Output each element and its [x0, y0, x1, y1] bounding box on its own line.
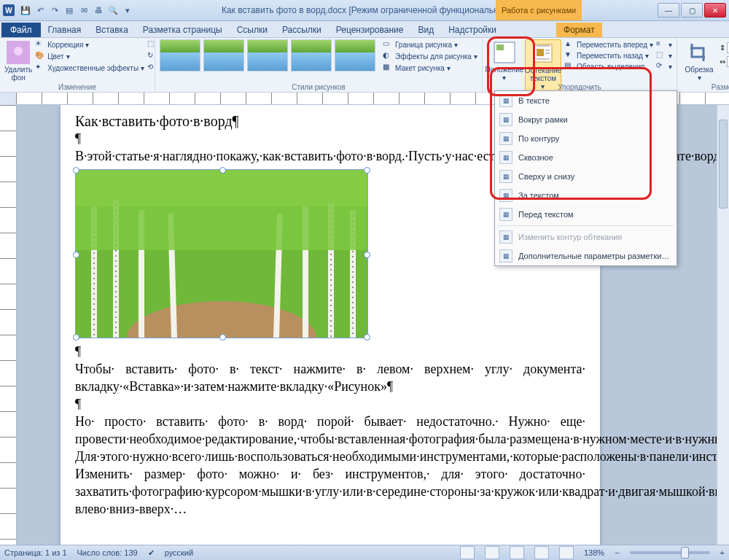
svg-rect-3 — [496, 44, 504, 50]
wrap-option[interactable]: ▦По контуру — [495, 129, 677, 148]
rotate-icon: ⟳ — [656, 61, 666, 71]
group-size-label: Размер — [682, 83, 729, 92]
vertical-ruler[interactable] — [0, 105, 17, 551]
group-button[interactable]: ⬚▾ — [656, 50, 672, 61]
style-thumb[interactable] — [291, 39, 332, 71]
wrap-option[interactable]: ▦Вокруг рамки — [495, 110, 677, 129]
title-bar: W 💾 ↶ ↷ ▤ ✉ 🖶 🔍 ▾ Как вставить фото в во… — [0, 0, 729, 21]
doc-para: Для·этого·нужно·всего·лишь·воспользовать… — [75, 448, 585, 465]
remove-background-button[interactable]: Удалить фон — [4, 39, 32, 82]
doc-para: Но· просто· вставить· фото· в· ворд· пор… — [75, 413, 585, 448]
zoom-slider[interactable] — [630, 551, 710, 554]
tab-references[interactable]: Ссылки — [230, 23, 275, 37]
wrap-option-icon: ▦ — [499, 151, 512, 164]
status-proofing-icon[interactable]: ✔ — [148, 548, 155, 558]
effects-icon: ✦ — [35, 63, 45, 73]
zoom-in-button[interactable]: + — [720, 548, 725, 557]
sun-icon: ☀ — [35, 39, 45, 50]
svg-rect-25 — [76, 170, 367, 250]
wrap-option[interactable]: ▦Перед текстом — [495, 205, 677, 224]
tab-insert[interactable]: Вставка — [88, 23, 136, 37]
color-button[interactable]: 🎨Цвет ▾ — [35, 51, 144, 61]
status-page[interactable]: Страница: 1 из 1 — [4, 548, 67, 557]
forward-icon: ▲ — [564, 39, 574, 50]
style-thumb[interactable] — [247, 39, 288, 71]
view-web[interactable] — [510, 546, 524, 559]
width-spinner[interactable]: ⇔ — [720, 56, 729, 67]
send-backward-button[interactable]: ▼Переместить назад ▾ — [564, 50, 653, 61]
tab-home[interactable]: Главная — [41, 23, 89, 37]
qat-btn[interactable]: 🔍 — [106, 4, 120, 17]
border-icon: ▭ — [383, 39, 393, 50]
wrap-option[interactable]: ▦Сверху и снизу — [495, 167, 677, 186]
tab-view[interactable]: Вид — [410, 23, 441, 37]
tab-addins[interactable]: Надстройки — [441, 23, 504, 37]
style-thumb[interactable] — [335, 39, 375, 71]
remove-bg-icon — [7, 41, 30, 64]
style-thumb[interactable] — [203, 39, 244, 71]
view-draft[interactable] — [559, 546, 574, 559]
zoom-out-button[interactable]: − — [615, 548, 619, 557]
artistic-effects-button[interactable]: ✦Художественные эффекты ▾ — [35, 63, 144, 73]
wrap-option-icon: ▦ — [499, 230, 512, 244]
doc-para: Чтобы· вставить· фото· в· текст· нажмите… — [75, 360, 585, 395]
group-styles-label: Стили рисунков — [160, 83, 477, 92]
selection-pane-button[interactable]: ▤Область выделения — [564, 61, 653, 71]
picture-styles-gallery[interactable] — [160, 39, 375, 71]
minimize-button[interactable]: — — [658, 3, 679, 18]
view-fullscreen[interactable] — [485, 546, 499, 559]
qat-btn[interactable]: ✉ — [77, 4, 90, 17]
undo-icon[interactable]: ↶ — [34, 4, 47, 17]
wrap-option-icon: ▦ — [499, 94, 512, 107]
corrections-button[interactable]: ☀Коррекция ▾ — [35, 39, 144, 50]
ribbon-tabs: Файл Главная Вставка Разметка страницы С… — [0, 21, 729, 38]
status-words[interactable]: Число слов: 139 — [77, 548, 138, 557]
picture-effects-button[interactable]: ◐Эффекты для рисунка ▾ — [383, 51, 477, 61]
position-button[interactable]: Положение▾ — [487, 39, 522, 82]
tab-format[interactable]: Формат — [556, 23, 602, 37]
qat-btn[interactable]: 🖶 — [92, 4, 105, 17]
save-icon[interactable]: 💾 — [19, 4, 32, 17]
tab-review[interactable]: Рецензирование — [329, 23, 411, 37]
status-language[interactable]: русский — [165, 548, 193, 557]
bring-forward-button[interactable]: ▲Переместить вперед ▾ — [564, 39, 653, 50]
doc-para: ¶ — [75, 395, 585, 413]
doc-para: ¶ — [75, 343, 585, 360]
wrap-option-icon: ▦ — [499, 249, 512, 262]
wrap-option[interactable]: ▦Дополнительные параметры разметки… — [495, 246, 677, 265]
align-button[interactable]: ≡▾ — [656, 39, 672, 50]
inserted-picture[interactable] — [75, 169, 368, 338]
position-icon — [493, 41, 516, 64]
crop-button[interactable]: Обрезка▾ — [682, 39, 717, 82]
svg-point-1 — [14, 47, 23, 55]
qat-more-icon[interactable]: ▾ — [121, 4, 134, 17]
wrap-option: ▦Изменить контур обтекания — [495, 228, 677, 246]
tab-layout[interactable]: Разметка страницы — [136, 23, 230, 37]
status-bar: Страница: 1 из 1 Число слов: 139 ✔ русск… — [0, 545, 729, 560]
quick-access-toolbar: 💾 ↶ ↷ ▤ ✉ 🖶 🔍 ▾ — [19, 4, 134, 17]
status-zoom[interactable]: 138% — [584, 548, 604, 557]
view-outline[interactable] — [534, 546, 549, 559]
wrap-option-icon: ▦ — [499, 132, 512, 145]
wrap-option-icon: ▦ — [499, 189, 512, 202]
wrap-option[interactable]: ▦За текстом — [495, 186, 677, 205]
file-tab[interactable]: Файл — [1, 23, 41, 37]
picture-border-button[interactable]: ▭Граница рисунка ▾ — [383, 39, 477, 50]
wrap-option[interactable]: ▦В тексте — [495, 91, 677, 110]
picture-layout-button[interactable]: ▦Макет рисунка ▾ — [383, 63, 477, 73]
height-spinner[interactable]: ⇕ — [720, 42, 729, 53]
redo-icon[interactable]: ↷ — [48, 4, 61, 17]
style-thumb[interactable] — [160, 39, 200, 71]
wrap-option-icon: ▦ — [499, 208, 512, 221]
close-button[interactable]: ✕ — [704, 3, 726, 18]
rotate-button[interactable]: ⟳▾ — [656, 61, 672, 71]
view-print-layout[interactable] — [460, 546, 475, 559]
vertical-scrollbar[interactable] — [717, 105, 729, 551]
tab-mailings[interactable]: Рассылки — [275, 23, 329, 37]
wrap-text-dropdown: ▦В тексте▦Вокруг рамки▦По контуру▦Сквозн… — [494, 90, 677, 266]
backward-icon: ▼ — [564, 50, 574, 61]
selpane-icon: ▤ — [564, 61, 574, 71]
wrap-option[interactable]: ▦Сквозное — [495, 148, 677, 167]
qat-btn[interactable]: ▤ — [63, 4, 76, 17]
maximize-button[interactable]: ▢ — [681, 3, 703, 18]
